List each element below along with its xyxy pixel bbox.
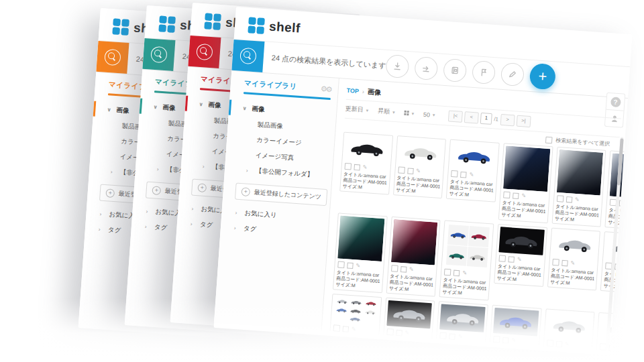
tile-caption: タイトル:amana car商品コード:AM-0001サイズ:M bbox=[449, 178, 494, 200]
copy-icon[interactable] bbox=[513, 192, 519, 199]
tile-thumbnail[interactable] bbox=[444, 223, 491, 269]
copy-icon[interactable] bbox=[449, 333, 456, 340]
edit-pencil-icon[interactable]: ✎ bbox=[575, 197, 580, 202]
search-button[interactable] bbox=[96, 41, 129, 74]
copy-icon[interactable] bbox=[619, 200, 626, 206]
shelf-logo-icon bbox=[112, 18, 129, 36]
tile-thumbnail[interactable] bbox=[547, 312, 592, 340]
tile-code: 商品コード:AM-0001 bbox=[492, 350, 536, 351]
tile-checkbox[interactable] bbox=[498, 255, 506, 262]
tile: ✎タイトル:amana car商品コード:AM-0001サイズ:M bbox=[333, 213, 388, 293]
tile-checkbox[interactable] bbox=[547, 340, 554, 347]
edit-pencil-icon[interactable]: ✎ bbox=[362, 165, 367, 170]
select-all-checkbox[interactable] bbox=[545, 136, 553, 143]
copy-icon[interactable] bbox=[354, 164, 360, 170]
tile-thumbnail[interactable] bbox=[498, 227, 544, 255]
copy-icon[interactable] bbox=[508, 256, 515, 263]
edit-button[interactable] bbox=[500, 62, 525, 86]
tile-thumbnail[interactable] bbox=[600, 315, 628, 343]
copy-icon[interactable] bbox=[460, 171, 467, 178]
edit-pencil-icon[interactable]: ✎ bbox=[458, 334, 463, 339]
mini-car-image bbox=[335, 305, 349, 314]
breadcrumb-home[interactable]: TOP bbox=[346, 87, 359, 95]
edit-pencil-icon[interactable]: ✎ bbox=[469, 172, 474, 178]
pagination-prev-button[interactable]: < bbox=[464, 111, 479, 123]
pagination-next-button[interactable]: > bbox=[500, 114, 515, 126]
sort-order-dropdown[interactable]: 昇順 ▾ bbox=[378, 107, 395, 117]
search-button[interactable] bbox=[142, 38, 175, 71]
mini-car-image bbox=[364, 299, 378, 308]
tile-checkbox[interactable] bbox=[337, 261, 345, 269]
edit-pencil-icon[interactable]: ✎ bbox=[521, 193, 526, 198]
recent-contents-button[interactable]: + 最近登録したコンテンツ bbox=[235, 183, 328, 206]
tile-checkbox[interactable] bbox=[440, 332, 447, 339]
tile-checkbox[interactable] bbox=[386, 328, 394, 336]
copy-icon[interactable] bbox=[614, 263, 621, 270]
edit-pencil-icon[interactable]: ✎ bbox=[565, 341, 570, 347]
edit-pencil-icon[interactable]: ✎ bbox=[462, 271, 467, 276]
tile-checkbox[interactable] bbox=[333, 324, 341, 332]
tile-thumbnail[interactable] bbox=[493, 308, 539, 336]
copy-icon[interactable] bbox=[566, 196, 573, 203]
add-button[interactable]: + bbox=[529, 63, 557, 90]
tile-checkbox[interactable] bbox=[451, 170, 458, 178]
caret-icon: ▾ bbox=[392, 109, 395, 115]
edit-pencil-icon[interactable]: ✎ bbox=[517, 257, 521, 262]
copy-icon[interactable] bbox=[453, 269, 460, 276]
edit-pencil-icon[interactable]: ✎ bbox=[409, 267, 414, 272]
tile-thumbnail[interactable] bbox=[337, 216, 384, 261]
edit-pencil-icon[interactable]: ✎ bbox=[570, 261, 575, 266]
edit-pencil-icon[interactable]: ✎ bbox=[623, 264, 627, 269]
export-button[interactable] bbox=[414, 56, 438, 80]
tile-thumbnail[interactable] bbox=[344, 135, 390, 163]
search-button[interactable] bbox=[231, 40, 264, 72]
tile-thumbnail[interactable] bbox=[557, 149, 604, 195]
tile-checkbox[interactable] bbox=[552, 259, 559, 266]
tile-thumbnail[interactable] bbox=[391, 219, 438, 265]
copy-icon[interactable] bbox=[347, 262, 354, 269]
copy-icon[interactable] bbox=[396, 329, 402, 336]
pagination-first-button[interactable]: |< bbox=[448, 110, 463, 122]
flag-button[interactable] bbox=[472, 60, 496, 84]
copy-icon[interactable] bbox=[502, 337, 509, 343]
tile-checkbox[interactable] bbox=[493, 336, 500, 343]
chevron-right-icon: › bbox=[203, 164, 209, 170]
tile-thumbnail[interactable] bbox=[386, 300, 432, 328]
tile-checkbox[interactable] bbox=[398, 166, 405, 174]
mini-car-image bbox=[335, 297, 350, 306]
tile-caption: タイトル:amana car商品コード:AM-0001サイズ:M bbox=[550, 267, 595, 288]
caret-icon: ▾ bbox=[433, 112, 435, 117]
edit-pencil-icon[interactable]: ✎ bbox=[356, 263, 360, 268]
search-button[interactable] bbox=[188, 36, 221, 68]
tile-thumbnail[interactable] bbox=[552, 231, 598, 259]
tile-checkbox[interactable] bbox=[557, 195, 564, 202]
edit-pencil-icon[interactable]: ✎ bbox=[511, 338, 516, 343]
gear-icon[interactable]: ⚙⚙ bbox=[321, 84, 332, 94]
tile-thumbnail[interactable] bbox=[451, 142, 496, 170]
edit-pencil-icon[interactable]: ✎ bbox=[405, 330, 409, 336]
copy-icon[interactable] bbox=[609, 345, 616, 351]
edit-pencil-icon[interactable]: ✎ bbox=[618, 345, 623, 351]
copy-icon[interactable] bbox=[556, 341, 563, 347]
download-button[interactable] bbox=[385, 54, 409, 78]
copy-icon[interactable] bbox=[343, 326, 350, 333]
pagination-last-button[interactable]: >| bbox=[516, 115, 531, 127]
tile-checkbox[interactable] bbox=[444, 269, 451, 276]
edit-pencil-icon[interactable]: ✎ bbox=[352, 326, 356, 332]
sort-field-dropdown[interactable]: 更新日 ▾ bbox=[345, 105, 368, 115]
tile-thumbnail[interactable] bbox=[503, 146, 550, 192]
view-mode-dropdown[interactable]: ▾ bbox=[404, 110, 414, 116]
tile-checkbox[interactable] bbox=[344, 163, 352, 170]
tile-thumbnail[interactable] bbox=[440, 304, 486, 332]
copy-icon[interactable] bbox=[407, 168, 414, 174]
tile-checkbox[interactable] bbox=[503, 191, 511, 198]
per-page-dropdown[interactable]: 50 ▾ bbox=[423, 111, 435, 118]
album-button[interactable] bbox=[443, 58, 467, 82]
tile-thumbnail[interactable] bbox=[398, 138, 443, 166]
copy-icon[interactable] bbox=[400, 266, 407, 273]
tile-thumbnail[interactable] bbox=[333, 296, 379, 324]
edit-pencil-icon[interactable]: ✎ bbox=[416, 168, 421, 174]
tile-checkbox[interactable] bbox=[391, 265, 398, 272]
copy-icon[interactable] bbox=[561, 259, 568, 266]
grid-view-icon bbox=[404, 111, 409, 115]
